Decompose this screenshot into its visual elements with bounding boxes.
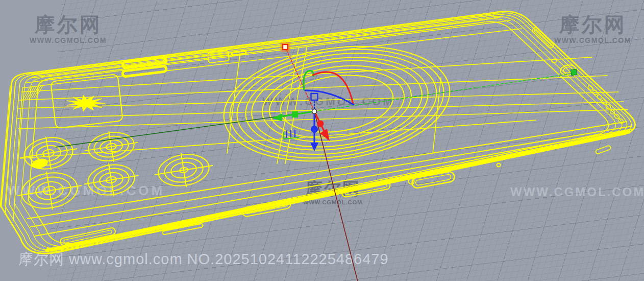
camera-lens	[82, 159, 141, 200]
camera-lens	[153, 149, 215, 191]
phone-wireframe[interactable]	[0, 11, 635, 253]
axis-lines	[56, 43, 577, 281]
gizmo-rotate-arc-blue[interactable]	[305, 90, 354, 105]
gizmo-origin[interactable]	[312, 109, 317, 114]
viewport-3d[interactable]: 摩尔网 WWW.CGMOL.COM 摩尔网 WWW.CGMOL.COM WWW.…	[0, 0, 644, 281]
nfc-plate	[51, 74, 123, 128]
gizmo-rotate-arc-green[interactable]	[304, 71, 313, 90]
wireframe-canvas	[0, 0, 644, 281]
camera-lens	[15, 167, 84, 215]
gizmo-axis-x-handle[interactable]	[317, 121, 324, 127]
selection-point[interactable]	[571, 69, 577, 76]
camera-flash-blob	[32, 158, 48, 170]
camera-lens	[83, 128, 140, 166]
point-marker[interactable]	[281, 43, 289, 51]
gizmo-axis-z-handle[interactable]	[311, 126, 318, 133]
gizmo-plane-handle[interactable]	[311, 93, 318, 100]
camera-lens	[18, 133, 80, 174]
gizmo-axis-y-handle[interactable]	[292, 111, 298, 118]
